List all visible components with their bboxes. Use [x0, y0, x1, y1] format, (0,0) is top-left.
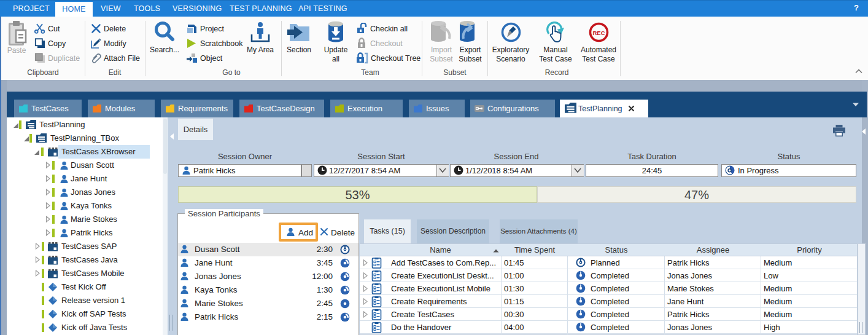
svg-text:REC: REC	[592, 30, 605, 36]
